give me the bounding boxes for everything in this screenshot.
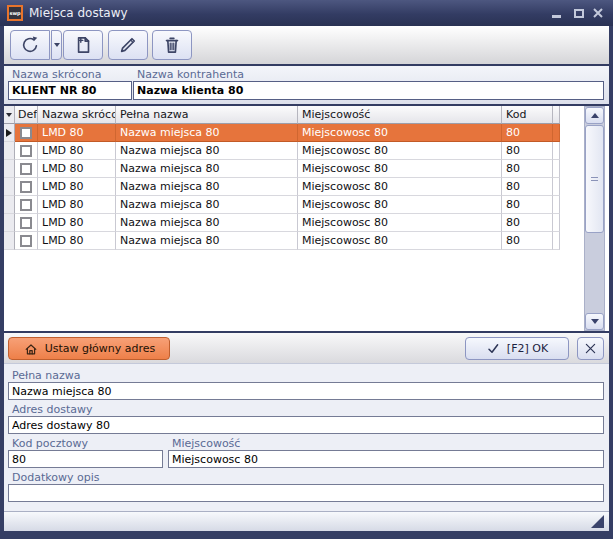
filler-cell	[553, 214, 560, 232]
column-header-def[interactable]: Def	[15, 106, 38, 124]
vertical-scrollbar[interactable]	[584, 106, 605, 331]
filter-dropdown-icon	[6, 113, 12, 117]
short-name-cell[interactable]: LMD 80	[38, 232, 116, 250]
full-name-cell[interactable]: Nazwa miejsca 80	[116, 124, 298, 142]
full-name-cell[interactable]: Nazwa miejsca 80	[116, 196, 298, 214]
column-header-city[interactable]: Miejscowość	[298, 106, 502, 124]
minimize-icon	[552, 15, 561, 18]
def-checkbox[interactable]	[20, 217, 32, 229]
set-main-address-label: Ustaw główny adres	[45, 342, 156, 355]
full-name-cell[interactable]: Nazwa miejsca 80	[116, 160, 298, 178]
def-checkbox[interactable]	[20, 181, 32, 193]
scroll-up-button[interactable]	[585, 107, 604, 124]
full-name-label: Pełna nazwa	[12, 369, 81, 382]
def-cell[interactable]	[15, 124, 38, 142]
minimize-button[interactable]	[548, 5, 565, 21]
window-title: Miejsca dostawy	[29, 6, 128, 20]
full-name-cell[interactable]: Nazwa miejsca 80	[116, 142, 298, 160]
maximize-button[interactable]	[570, 5, 587, 21]
short-name-input[interactable]	[8, 81, 132, 100]
code-cell[interactable]: 80	[502, 196, 553, 214]
def-cell[interactable]	[15, 196, 38, 214]
short-name-cell[interactable]: LMD 80	[38, 178, 116, 196]
row-indicator-cell	[4, 232, 15, 250]
short-name-cell[interactable]: LMD 80	[38, 214, 116, 232]
row-indicator-cell	[4, 160, 15, 178]
row-indicator-cell	[4, 196, 15, 214]
table-row[interactable]: LMD 80Nazwa miejsca 80Miejscowosc 8080	[4, 160, 560, 178]
table-row[interactable]: LMD 80Nazwa miejsca 80Miejscowosc 8080	[4, 196, 560, 214]
city-cell[interactable]: Miejscowosc 80	[298, 178, 502, 196]
postal-code-input[interactable]	[8, 450, 163, 468]
app-icon[interactable]: swp	[7, 5, 23, 21]
def-checkbox[interactable]	[20, 127, 32, 139]
full-name-input[interactable]	[8, 382, 604, 400]
scrollbar-thumb[interactable]	[585, 125, 604, 233]
refresh-dropdown-button[interactable]	[51, 30, 62, 60]
def-cell[interactable]	[15, 160, 38, 178]
contractor-input[interactable]	[133, 81, 604, 100]
new-button[interactable]	[63, 30, 103, 60]
def-checkbox[interactable]	[20, 163, 32, 175]
table-row[interactable]: LMD 80Nazwa miejsca 80Miejscowosc 8080	[4, 142, 560, 160]
full-name-cell[interactable]: Nazwa miejsca 80	[116, 214, 298, 232]
city-cell[interactable]: Miejscowosc 80	[298, 196, 502, 214]
city-cell[interactable]: Miejscowosc 80	[298, 124, 502, 142]
set-main-address-button[interactable]: Ustaw główny adres	[8, 337, 170, 360]
extra-description-input[interactable]	[8, 484, 604, 502]
city-cell[interactable]: Miejscowosc 80	[298, 214, 502, 232]
code-cell[interactable]: 80	[502, 214, 553, 232]
filler-cell	[553, 124, 560, 142]
refresh-icon	[19, 34, 41, 56]
table-row[interactable]: LMD 80Nazwa miejsca 80Miejscowosc 8080	[4, 232, 560, 250]
edit-button[interactable]	[108, 30, 148, 60]
city-input[interactable]	[168, 450, 604, 468]
row-indicator-cell	[4, 142, 15, 160]
table-row[interactable]: LMD 80Nazwa miejsca 80Miejscowosc 8080	[4, 178, 560, 196]
short-name-cell[interactable]: LMD 80	[38, 160, 116, 178]
full-name-cell[interactable]: Nazwa miejsca 80	[116, 178, 298, 196]
ok-button[interactable]: [F2] OK	[465, 337, 569, 360]
ok-button-label: [F2] OK	[507, 342, 548, 355]
extra-description-label: Dodatkowy opis	[12, 471, 99, 484]
refresh-button[interactable]	[10, 30, 50, 60]
column-header-short-name[interactable]: Nazwa skrócona	[38, 106, 116, 124]
scroll-down-button[interactable]	[585, 313, 604, 330]
def-checkbox[interactable]	[20, 235, 32, 247]
filler-cell	[553, 196, 560, 214]
new-document-icon	[72, 34, 94, 56]
current-row-arrow-icon	[6, 129, 12, 137]
def-cell[interactable]	[15, 232, 38, 250]
detail-form: Pełna nazwa Adres dostawy Kod pocztowy M…	[4, 363, 609, 511]
code-cell[interactable]: 80	[502, 178, 553, 196]
delete-button[interactable]	[152, 30, 192, 60]
table-row[interactable]: LMD 80Nazwa miejsca 80Miejscowosc 8080	[4, 214, 560, 232]
short-name-cell[interactable]: LMD 80	[38, 124, 116, 142]
column-header-full-name[interactable]: Pełna nazwa	[116, 106, 298, 124]
table-row[interactable]: LMD 80Nazwa miejsca 80Miejscowosc 8080	[4, 124, 560, 142]
city-cell[interactable]: Miejscowosc 80	[298, 142, 502, 160]
column-header-code[interactable]: Kod	[502, 106, 553, 124]
column-header-indicator[interactable]	[4, 106, 15, 124]
def-cell[interactable]	[15, 178, 38, 196]
postal-code-label: Kod pocztowy	[12, 437, 88, 450]
def-cell[interactable]	[15, 214, 38, 232]
code-cell[interactable]: 80	[502, 160, 553, 178]
maximize-icon	[574, 9, 584, 18]
code-cell[interactable]: 80	[502, 142, 553, 160]
def-checkbox[interactable]	[20, 199, 32, 211]
code-cell[interactable]: 80	[502, 232, 553, 250]
short-name-cell[interactable]: LMD 80	[38, 196, 116, 214]
short-name-cell[interactable]: LMD 80	[38, 142, 116, 160]
city-cell[interactable]: Miejscowosc 80	[298, 160, 502, 178]
full-name-cell[interactable]: Nazwa miejsca 80	[116, 232, 298, 250]
city-cell[interactable]: Miejscowosc 80	[298, 232, 502, 250]
code-cell[interactable]: 80	[502, 124, 553, 142]
def-checkbox[interactable]	[20, 145, 32, 157]
def-cell[interactable]	[15, 142, 38, 160]
filler-cell	[553, 160, 560, 178]
close-button[interactable]	[589, 5, 606, 21]
address-input[interactable]	[8, 416, 604, 434]
close-panel-button[interactable]	[577, 337, 604, 360]
resize-grip[interactable]	[591, 515, 604, 528]
